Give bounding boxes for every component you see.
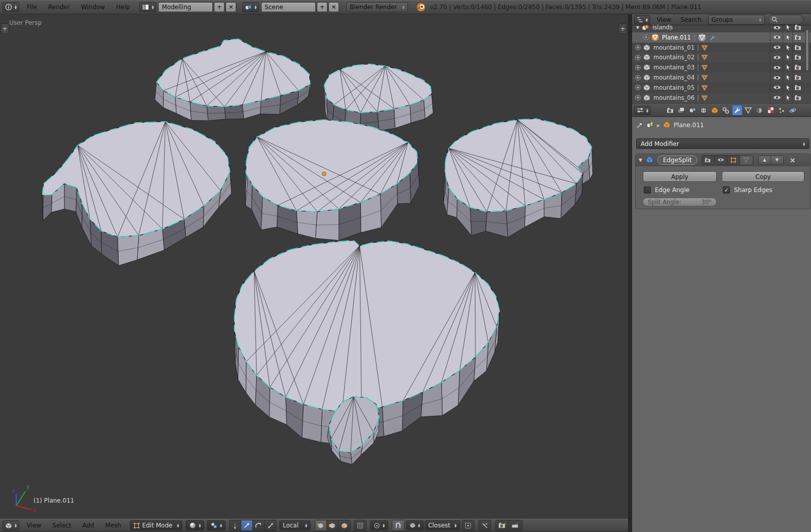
menu-help[interactable]: Help (110, 4, 135, 11)
proportional-edit-select[interactable]: ▲▼ (370, 520, 388, 530)
expand-icon[interactable]: + (643, 34, 649, 40)
menu-view[interactable]: View (21, 522, 47, 529)
add-layout-button[interactable]: + (214, 2, 225, 12)
outliner-row-mountains_05[interactable]: + mountains_05| (632, 83, 811, 93)
modifier-copy-button[interactable]: Copy (722, 171, 804, 182)
face-select-button[interactable] (339, 520, 350, 530)
snap-element-select[interactable]: ▲▼ (406, 520, 424, 530)
opengl-render-image-button[interactable]: + (496, 520, 509, 530)
outliner-item-label[interactable]: Plane.011 (662, 34, 691, 41)
render-camera-icon[interactable] (794, 95, 802, 101)
outliner-row-mountains_01[interactable]: + mountains_01| (632, 43, 811, 53)
opengl-render-anim-button[interactable] (509, 520, 522, 530)
viewport-canvas[interactable] (0, 14, 628, 519)
modifier-move-down-button[interactable]: ▼ (771, 156, 784, 165)
toolshelf-expand-tab[interactable]: + (1, 23, 9, 34)
tab-world[interactable] (698, 105, 709, 116)
renderability-toggle[interactable] (794, 95, 802, 101)
snap-self-button[interactable] (462, 520, 474, 530)
island-center[interactable] (245, 120, 419, 240)
island-right[interactable] (444, 119, 593, 237)
tab-render[interactable] (665, 105, 676, 116)
visibility-toggle[interactable] (773, 65, 781, 70)
visibility-toggle[interactable] (773, 45, 781, 50)
modifier-move-up-button[interactable]: ▲ (758, 156, 771, 165)
eye-icon[interactable] (773, 34, 781, 40)
split-angle-slider[interactable]: Split Angle: 30° (643, 198, 717, 206)
tab-particles[interactable] (777, 105, 787, 116)
render-camera-icon[interactable] (794, 34, 802, 41)
expand-icon[interactable]: + (635, 85, 641, 90)
menu-render[interactable]: Render (43, 4, 76, 11)
visibility-toggle[interactable] (773, 95, 781, 100)
outliner-row-Plane.011[interactable]: + Plane.011| (632, 32, 811, 43)
screen-layout-icon-button[interactable]: ▲▼ (139, 2, 156, 12)
render-camera-icon[interactable] (794, 64, 802, 70)
selectability-toggle[interactable] (786, 84, 791, 91)
expand-icon[interactable]: + (635, 95, 641, 100)
snap-magnet-button[interactable] (392, 520, 404, 530)
render-camera-icon[interactable] (794, 54, 802, 60)
modifier-name-field[interactable]: EdgeSplit (657, 156, 697, 165)
transform-orientation-select[interactable]: Local▲▼ (279, 520, 311, 530)
modifier-editmode-toggle[interactable] (727, 156, 740, 165)
modifier-cage-toggle[interactable] (740, 156, 753, 165)
renderability-toggle[interactable] (794, 34, 802, 41)
scale-manipulator-button[interactable] (265, 520, 276, 530)
expand-icon[interactable]: + (635, 65, 641, 70)
selectability-toggle[interactable] (786, 74, 791, 81)
outliner-item-label[interactable]: mountains_06 (653, 94, 694, 101)
eye-icon[interactable] (773, 25, 781, 30)
visibility-toggle[interactable] (773, 34, 781, 40)
limit-selection-visible-button[interactable] (354, 520, 366, 530)
expand-icon[interactable]: + (635, 55, 641, 60)
render-camera-icon[interactable] (794, 74, 802, 81)
eye-icon[interactable] (773, 45, 781, 50)
expand-icon[interactable]: + (635, 75, 641, 81)
render-engine-select[interactable]: Blender Render▲▼ (346, 2, 408, 12)
eye-icon[interactable] (773, 85, 781, 90)
eye-icon[interactable] (773, 95, 781, 100)
renderability-toggle[interactable] (794, 45, 802, 51)
pivot-point-select[interactable]: ▲▼ (207, 520, 226, 530)
selectability-toggle[interactable] (786, 64, 791, 71)
renderability-toggle[interactable] (794, 74, 802, 81)
render-camera-icon[interactable] (794, 45, 802, 51)
visibility-toggle[interactable] (773, 85, 781, 90)
modifier-panel-header[interactable]: ▼ EdgeSplit ▲ ▼ × (636, 154, 810, 166)
island-top-left[interactable] (155, 39, 311, 121)
close-layout-button[interactable]: ✕ (226, 2, 236, 12)
manipulate-centers-button[interactable] (479, 520, 491, 530)
sharp-edges-checkbox[interactable]: ✓ (723, 186, 730, 194)
renderability-toggle[interactable] (794, 85, 802, 91)
viewport-shading-select[interactable]: ▲▼ (186, 520, 204, 530)
snap-target-select[interactable]: Closest▲▼ (425, 520, 460, 530)
menu-file[interactable]: File (21, 4, 43, 11)
add-modifier-dropdown[interactable]: Add Modifier ▲▼ (636, 138, 809, 149)
island-left[interactable] (42, 122, 232, 265)
tab-object[interactable] (710, 105, 720, 116)
manipulator-axes-button[interactable] (230, 520, 241, 530)
vertex-select-button[interactable] (315, 520, 327, 530)
tab-scene[interactable] (687, 105, 698, 116)
scene-icon-button[interactable]: ▲▼ (242, 2, 259, 12)
outliner-row-islands[interactable]: ▼ islands (632, 22, 811, 32)
outliner-item-label[interactable]: mountains_05 (653, 84, 694, 91)
outliner-item-label[interactable]: mountains_02 (653, 54, 694, 61)
disclosure-triangle-icon[interactable]: ▼ (636, 25, 639, 30)
outliner-row-mountains_04[interactable]: + mountains_04| (632, 72, 811, 83)
selectability-toggle[interactable] (786, 94, 791, 101)
modifier-realtime-toggle[interactable] (715, 156, 727, 165)
render-camera-icon[interactable] (794, 85, 802, 91)
rotate-manipulator-button[interactable] (253, 520, 265, 530)
render-camera-icon[interactable] (794, 24, 802, 30)
scene-crumb-icon[interactable] (646, 122, 654, 128)
breadcrumb-object-name[interactable]: Plane.011 (674, 122, 704, 129)
visibility-toggle[interactable] (773, 55, 781, 60)
outliner-item-label[interactable]: islands (652, 24, 673, 31)
selectability-toggle[interactable] (786, 44, 791, 51)
cursor-arrow-icon[interactable] (786, 84, 791, 91)
menu-add[interactable]: Add (77, 522, 99, 529)
eye-icon[interactable] (773, 75, 781, 81)
cursor-arrow-icon[interactable] (786, 34, 791, 41)
